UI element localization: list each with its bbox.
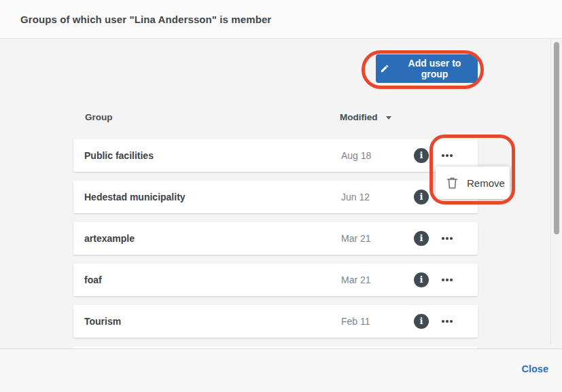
caret-down-icon [386,116,391,120]
group-name: artexample [84,233,135,244]
column-header-group: Group [85,112,113,122]
column-header-modified-label: Modified [340,112,378,122]
add-user-to-group-label: Add user to group [396,58,474,79]
modified-date: Aug 18 [341,150,371,161]
row-context-menu: Remove [436,166,510,199]
group-list: Public facilities Aug 18 i Hedestad muni… [73,139,478,349]
ellipsis-icon[interactable] [438,315,457,328]
ellipsis-icon[interactable] [438,232,457,245]
modal-title: Groups of which user "Lina Andersson" is… [20,14,271,25]
table-row-tourism: Tourism Feb 11 i [73,305,478,338]
group-name: Public facilities [84,150,154,161]
ellipsis-icon[interactable] [438,149,457,162]
modified-date: Jun 12 [341,192,370,202]
remove-menu-item-label: Remove [467,177,505,189]
modified-date: Mar 21 [341,274,371,285]
scrollbar-thumb[interactable] [554,42,559,234]
ellipsis-icon[interactable] [438,273,457,287]
info-icon[interactable]: i [414,231,429,246]
group-name: foaf [84,274,102,285]
info-icon[interactable]: i [414,148,429,163]
table-row-hedestad-municipality: Hedestad municipality Jun 12 i [73,181,478,213]
group-name: Tourism [84,316,121,327]
trash-icon [446,177,458,190]
add-user-to-group-button[interactable]: Add user to group [376,54,478,83]
column-header-modified[interactable]: Modified [340,112,391,122]
close-button[interactable]: Close [522,363,549,374]
info-icon[interactable]: i [414,190,429,204]
modified-date: Mar 21 [341,233,371,244]
table-row-foaf: foaf Mar 21 i [73,264,478,296]
modal-body: Add user to group Group Modified Public … [0,39,562,349]
remove-menu-item[interactable]: Remove [436,166,510,199]
modified-date: Feb 11 [341,316,370,327]
table-row-artexample: artexample Mar 21 i [73,222,478,255]
pencil-icon [380,64,389,73]
info-icon[interactable]: i [414,272,429,287]
info-icon[interactable]: i [414,314,429,329]
modal-footer: Close [0,349,562,392]
modal-header: Groups of which user "Lina Andersson" is… [0,0,562,39]
group-name: Hedestad municipality [84,192,186,202]
table-row-public-facilities: Public facilities Aug 18 i [73,139,478,172]
groups-modal: Groups of which user "Lina Andersson" is… [0,0,562,392]
